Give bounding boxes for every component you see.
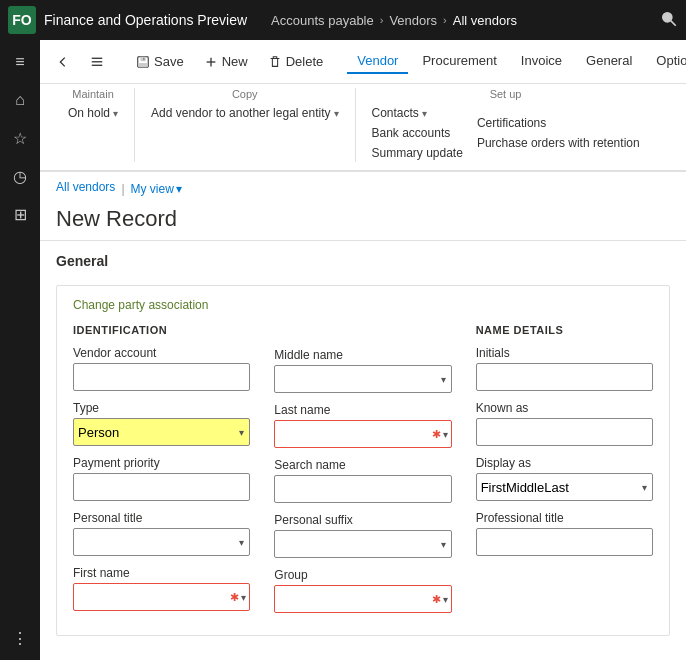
breadcrumb-chevron-1: › [380,14,384,26]
initials-label: Initials [476,346,653,360]
summary-update-button[interactable]: Summary update [368,144,467,162]
purchase-orders-retention-button[interactable]: Purchase orders with retention [473,134,644,152]
breadcrumb: Accounts payable › Vendors › All vendors [271,13,517,28]
initials-input[interactable] [476,363,653,391]
payment-priority-input[interactable] [73,473,250,501]
search-button[interactable] [660,10,678,31]
home-icon[interactable]: ⌂ [2,82,38,118]
new-label: New [222,54,248,69]
professional-title-field: Professional title [476,511,653,556]
display-as-select[interactable]: FirstMiddleLast LastFirstMiddle FirstLas… [476,473,653,501]
tab-options[interactable]: Options [646,49,686,74]
initials-field: Initials [476,346,653,391]
svg-rect-2 [92,57,103,58]
hamburger-icon[interactable]: ≡ [2,44,38,80]
search-name-field: Search name [274,458,451,503]
copy-label: Copy [147,88,342,100]
contacts-chevron: ▾ [422,108,427,119]
svg-rect-4 [92,64,103,65]
personal-title-select[interactable]: Mr. Mrs. Ms. Dr. [73,528,250,556]
group-select[interactable] [274,585,451,613]
svg-rect-6 [140,56,145,60]
breadcrumb-chevron-2: › [443,14,447,26]
ribbon-group-setup: Set up Contacts ▾ Bank accounts Summary … [356,88,656,162]
save-button[interactable]: Save [128,50,192,73]
save-label: Save [154,54,184,69]
known-as-field: Known as [476,401,653,446]
display-as-label: Display as [476,456,653,470]
myview-chevron: ▾ [176,182,182,196]
app-logo: FO [8,6,36,34]
vendor-account-label: Vendor account [73,346,250,360]
name-col: Middle name ▾ Last name [274,324,451,623]
maintain-label: Maintain [64,88,122,100]
left-sidebar: ≡ ⌂ ☆ ◷ ⊞ ⋮ [0,40,40,660]
type-select[interactable]: Person Organization [73,418,250,446]
copy-chevron: ▾ [334,108,339,119]
star-icon[interactable]: ☆ [2,120,38,156]
middle-name-select[interactable] [274,365,451,393]
personal-title-label: Personal title [73,511,250,525]
general-section: Change party association IDENTIFICATION … [56,285,670,636]
first-name-field: First name ✱ ▾ [73,566,250,611]
last-name-select[interactable] [274,420,451,448]
svg-rect-7 [139,62,148,66]
tab-vendor[interactable]: Vendor [347,49,408,74]
top-bar: FO Finance and Operations Preview Accoun… [0,0,686,40]
middle-name-label: Middle name [274,348,451,362]
add-vendor-legal-entity-button[interactable]: Add vendor to another legal entity ▾ [147,104,342,122]
breadcrumb-accounts-payable[interactable]: Accounts payable [271,13,374,28]
tab-invoice[interactable]: Invoice [511,49,572,74]
name-details-label: NAME DETAILS [476,324,653,336]
delete-button[interactable]: Delete [260,50,332,73]
nav-button[interactable] [82,51,112,73]
tab-procurement[interactable]: Procurement [412,49,506,74]
professional-title-input[interactable] [476,528,653,556]
clock-icon[interactable]: ◷ [2,158,38,194]
personal-suffix-field: Personal suffix ▾ [274,513,451,558]
svg-point-0 [663,12,672,21]
back-button[interactable] [48,51,78,73]
new-button[interactable]: New [196,50,256,73]
known-as-input[interactable] [476,418,653,446]
first-name-select[interactable] [73,583,250,611]
professional-title-label: Professional title [476,511,653,525]
name-details-col: NAME DETAILS Initials Known as Display a… [476,324,653,623]
app-title: Finance and Operations Preview [44,12,247,28]
search-name-label: Search name [274,458,451,472]
search-name-input[interactable] [274,475,451,503]
change-party-link[interactable]: Change party association [73,298,653,312]
personal-suffix-select[interactable] [274,530,451,558]
group-label: Group [274,568,451,582]
ribbon-group-maintain: Maintain On hold ▾ [52,88,135,162]
more-icon[interactable]: ⋮ [2,620,38,656]
ribbon: Maintain On hold ▾ Copy Add vendor to an… [40,84,686,172]
identification-label: IDENTIFICATION [73,324,250,336]
vendor-account-input[interactable] [73,363,250,391]
tab-general[interactable]: General [576,49,642,74]
personal-title-field: Personal title Mr. Mrs. Ms. Dr. ▾ [73,511,250,556]
type-field: Type Person Organization ▾ [73,401,250,446]
main-content: Save New Delete Vendor Procurement [40,40,686,660]
setup-items: Contacts ▾ Bank accounts Summary update … [368,104,644,162]
certifications-button[interactable]: Certifications [473,114,644,132]
on-hold-button[interactable]: On hold ▾ [64,104,122,122]
myview-dropdown[interactable]: My view ▾ [131,182,182,196]
last-name-label: Last name [274,403,451,417]
first-name-label: First name [73,566,250,580]
svg-rect-3 [92,61,103,62]
page-breadcrumb: All vendors | My view ▾ [56,180,670,198]
delete-label: Delete [286,54,324,69]
maintain-items: On hold ▾ [64,104,122,122]
grid-icon[interactable]: ⊞ [2,196,38,232]
all-vendors-link[interactable]: All vendors [56,180,115,194]
contacts-button[interactable]: Contacts ▾ [368,104,467,122]
bank-accounts-button[interactable]: Bank accounts [368,124,467,142]
toolbar: Save New Delete Vendor Procurement [40,40,686,84]
breadcrumb-all-vendors: All vendors [453,13,517,28]
personal-suffix-label: Personal suffix [274,513,451,527]
page-header: All vendors | My view ▾ New Record [40,172,686,241]
group-field: Group ✱ ▾ [274,568,451,613]
copy-items: Add vendor to another legal entity ▾ [147,104,342,122]
breadcrumb-vendors[interactable]: Vendors [389,13,437,28]
